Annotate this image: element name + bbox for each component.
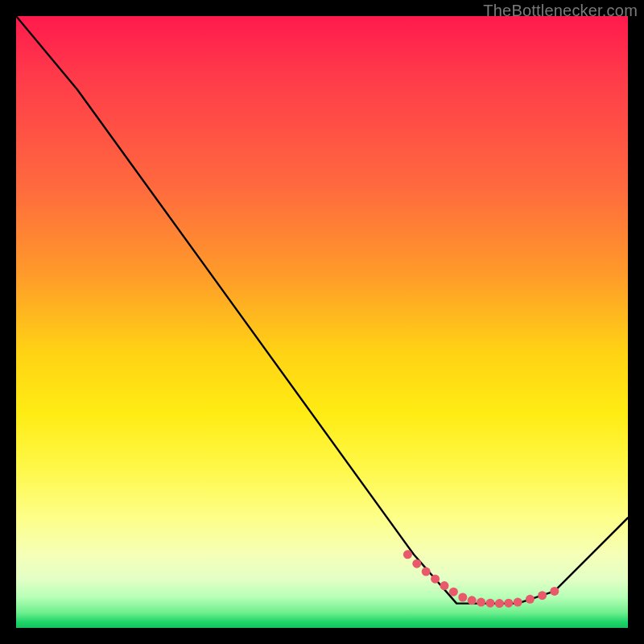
marker-dot: [538, 591, 547, 600]
marker-dot: [514, 598, 522, 607]
marker-dot: [403, 550, 412, 559]
marker-group: [403, 550, 559, 608]
marker-dot: [449, 588, 458, 597]
marker-dot: [495, 599, 504, 608]
marker-dot: [412, 559, 421, 568]
marker-dot: [468, 596, 477, 605]
marker-dot: [504, 599, 513, 608]
curve-group: [16, 16, 628, 604]
marker-dot: [477, 598, 485, 607]
marker-dot: [422, 568, 431, 576]
marker-dot: [431, 575, 440, 584]
marker-dot: [458, 593, 467, 602]
marker-dot: [440, 581, 449, 590]
marker-dot: [550, 587, 559, 596]
marker-dot: [526, 595, 535, 604]
curve-svg: [16, 16, 628, 628]
marker-dot: [486, 599, 495, 608]
chart-frame: TheBottlenecker.com: [0, 0, 644, 644]
plot-area: [16, 16, 628, 628]
bottleneck-curve: [16, 16, 628, 604]
